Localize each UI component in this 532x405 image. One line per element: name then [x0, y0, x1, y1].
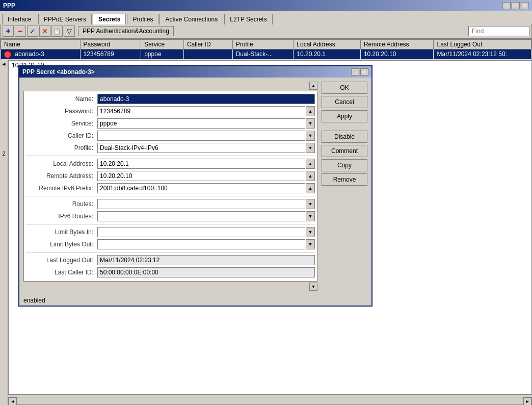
last-logged-out-label: Last Logged Out:	[26, 257, 97, 264]
cross-button[interactable]: ✕	[39, 26, 50, 37]
last-caller-id-input	[97, 267, 315, 277]
dialog-title-bar: PPP Secret <abonado-3> ─ ✕	[19, 66, 371, 78]
minimize-button[interactable]: ─	[502, 2, 511, 9]
title-controls: ─ □ ✕	[502, 2, 529, 9]
ppp-secret-dialog: PPP Secret <abonado-3> ─ ✕ ▲	[18, 65, 373, 307]
toolbar: + – ✓ ✕ 📋 ▽ PPP Authentication&Accountin…	[0, 24, 532, 39]
limit-bytes-in-input[interactable]	[97, 227, 305, 237]
scroll-controls: ▲	[23, 82, 317, 90]
cell-last-logged-out: Mar/11/2024 02:23:12 50:	[434, 49, 531, 60]
check-button[interactable]: ✓	[27, 26, 38, 37]
field-remote-ipv6-row: Remote IPv6 Prefix: ▲	[26, 183, 315, 194]
limit-bytes-out-field-group: ▼	[97, 239, 315, 249]
service-input[interactable]	[97, 118, 305, 129]
tab-bar: Interface PPPoE Servers Secrets Profiles…	[0, 11, 532, 24]
remove-button[interactable]: –	[15, 26, 26, 37]
field-limit-bytes-out-row: Limit Bytes Out: ▼	[26, 239, 315, 250]
ipv6-routes-input[interactable]	[97, 211, 305, 221]
left-side-panel: ◄ 2	[0, 60, 8, 405]
routes-input[interactable]	[97, 199, 305, 209]
lower-section: ◄ 2 10.21.21.10 ◄ ►	[0, 60, 532, 405]
password-input[interactable]	[97, 106, 305, 116]
remote-ipv6-up-btn[interactable]: ▲	[306, 183, 315, 193]
filter-button[interactable]: ▽	[64, 26, 75, 37]
form-scroll-down[interactable]: ▼	[309, 283, 317, 291]
field-limit-bytes-in-row: Limit Bytes In: ▼	[26, 226, 315, 238]
tab-secrets[interactable]: Secrets	[93, 14, 126, 24]
find-input[interactable]	[468, 26, 529, 36]
ipv6-routes-label: IPv6 Routes:	[26, 213, 97, 220]
remote-address-up-btn[interactable]: ▲	[306, 171, 315, 181]
tab-active-connections[interactable]: Active Connections	[159, 14, 223, 24]
local-address-field-group: ▲	[97, 159, 315, 169]
field-routes-row: Routes: ▼	[26, 198, 315, 210]
routes-dropdown-btn[interactable]: ▼	[306, 199, 315, 209]
profile-field-group: ▼	[97, 143, 315, 153]
cancel-button[interactable]: Cancel	[322, 96, 367, 108]
remote-ipv6-input[interactable]	[97, 183, 305, 193]
tab-interface[interactable]: Interface	[2, 14, 37, 24]
scroll-left-btn[interactable]: ◄	[9, 397, 17, 405]
profile-label: Profile:	[26, 144, 97, 151]
cell-caller-id	[183, 49, 232, 60]
secrets-table: Name Password Service Caller ID Profile …	[1, 39, 531, 60]
last-logged-out-input	[97, 255, 315, 265]
form-divider-4	[26, 252, 315, 252]
caller-id-label: Caller ID:	[26, 132, 97, 139]
copy-button[interactable]: Copy	[322, 159, 367, 171]
field-remote-address-row: Remote Address: ▲	[26, 170, 315, 182]
limit-bytes-out-input[interactable]	[97, 239, 305, 249]
last-logged-out-field-group	[97, 255, 315, 265]
col-service: Service	[141, 40, 184, 49]
form-area: ▲ Name:	[23, 82, 317, 291]
dialog-close-button[interactable]: ✕	[360, 68, 368, 75]
main-content: Interface PPPoE Servers Secrets Profiles…	[0, 11, 532, 405]
caller-id-dropdown-btn[interactable]: ▼	[306, 131, 315, 141]
field-last-logged-out-row: Last Logged Out:	[26, 255, 315, 266]
col-local-address: Local Address	[294, 40, 361, 49]
limit-bytes-in-dropdown-btn[interactable]: ▼	[306, 227, 315, 237]
name-input[interactable]	[97, 94, 315, 104]
comment-button[interactable]: Comment	[322, 145, 367, 157]
tab-l2tp-secrets[interactable]: L2TP Secrets	[224, 14, 272, 24]
scroll-right-btn[interactable]: ►	[523, 397, 531, 405]
caller-id-input[interactable]	[97, 131, 305, 141]
cell-local-address: 10.20.20.1	[294, 49, 361, 60]
add-button[interactable]: +	[3, 26, 14, 37]
dialog-minimize-button[interactable]: ─	[351, 68, 359, 75]
apply-button[interactable]: Apply	[322, 110, 367, 122]
password-up-btn[interactable]: ▲	[306, 106, 315, 116]
limit-bytes-in-field-group: ▼	[97, 227, 315, 237]
last-caller-id-label: Last Caller ID:	[26, 269, 97, 276]
left-arrow[interactable]: ◄	[2, 61, 7, 67]
limit-bytes-out-dropdown-btn[interactable]: ▼	[306, 239, 315, 249]
tab-profiles[interactable]: Profiles	[127, 14, 158, 24]
local-address-up-btn[interactable]: ▲	[306, 159, 315, 169]
profile-input[interactable]	[97, 143, 305, 153]
local-address-input[interactable]	[97, 159, 305, 169]
copy-icon-button[interactable]: 📋	[51, 26, 63, 37]
field-caller-id-row: Caller ID: ▼	[26, 130, 315, 141]
table-row[interactable]: abonado-3 123456789 pppoe Dual-Stack-...…	[1, 49, 531, 60]
btn-spacer	[322, 124, 367, 129]
remove-button[interactable]: Remove	[322, 173, 367, 186]
maximize-button[interactable]: □	[512, 2, 520, 9]
form-divider-3	[26, 224, 315, 224]
dialog-form: Name: Password:	[23, 91, 317, 282]
form-divider-2	[26, 196, 315, 196]
close-button[interactable]: ✕	[521, 2, 529, 9]
ipv6-routes-dropdown-btn[interactable]: ▼	[306, 211, 315, 221]
remote-address-input[interactable]	[97, 171, 305, 181]
field-password-row: Password: ▲	[26, 106, 315, 117]
disable-button[interactable]: Disable	[322, 131, 367, 143]
service-dropdown-btn[interactable]: ▼	[306, 118, 315, 129]
col-caller-id: Caller ID	[183, 40, 232, 49]
dialog-footer: enabled	[19, 295, 371, 306]
window-title: PPP	[3, 2, 15, 9]
tab-pppoe-servers[interactable]: PPPoE Servers	[38, 14, 92, 24]
form-scroll-up[interactable]: ▲	[309, 82, 317, 90]
h-scrollbar[interactable]: ◄ ►	[8, 397, 532, 405]
ok-button[interactable]: OK	[322, 82, 367, 94]
field-name-row: Name:	[26, 93, 315, 105]
profile-dropdown-btn[interactable]: ▼	[306, 143, 315, 153]
